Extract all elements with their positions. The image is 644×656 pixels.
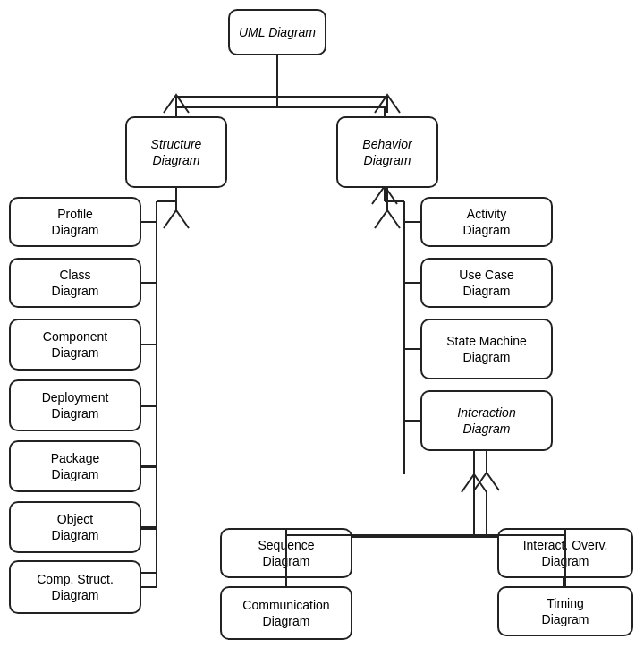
behavior-label: BehaviorDiagram — [362, 136, 411, 168]
usecase-diagram-node: Use CaseDiagram — [420, 258, 553, 308]
communication-diagram-node: CommunicationDiagram — [220, 586, 352, 640]
behavior-diagram-node: BehaviorDiagram — [336, 116, 438, 188]
compstruct-diagram-node: Comp. Struct.Diagram — [9, 560, 141, 614]
usecase-label: Use CaseDiagram — [459, 267, 513, 299]
deployment-label: DeploymentDiagram — [42, 389, 109, 422]
sequence-label: SequenceDiagram — [258, 537, 314, 569]
structure-label: StructureDiagram — [151, 136, 202, 168]
communication-label: CommunicationDiagram — [242, 597, 329, 629]
timing-diagram-node: TimingDiagram — [497, 586, 633, 636]
component-label: ComponentDiagram — [43, 328, 107, 361]
object-diagram-node: ObjectDiagram — [9, 501, 141, 553]
profile-label: ProfileDiagram — [52, 206, 99, 238]
interaction-label: InteractionDiagram — [457, 405, 515, 437]
component-diagram-node: ComponentDiagram — [9, 319, 141, 371]
uml-diagram-node: UML Diagram — [228, 9, 326, 55]
object-label: ObjectDiagram — [52, 511, 99, 543]
uml-label: UML Diagram — [239, 24, 316, 40]
structure-diagram-node: StructureDiagram — [125, 116, 227, 188]
interaction-diagram-node: InteractionDiagram — [420, 390, 553, 451]
diagram-container: UML Diagram StructureDiagram BehaviorDia… — [0, 0, 644, 656]
class-label: ClassDiagram — [52, 267, 99, 299]
statemachine-diagram-node: State MachineDiagram — [420, 319, 553, 379]
activity-diagram-node: ActivityDiagram — [420, 197, 553, 247]
interactoverrv-diagram-node: Interact. Overv.Diagram — [497, 528, 633, 578]
timing-label: TimingDiagram — [542, 595, 589, 627]
class-diagram-node: ClassDiagram — [9, 258, 141, 308]
package-diagram-node: PackageDiagram — [9, 440, 141, 492]
compstruct-label: Comp. Struct.Diagram — [37, 571, 114, 603]
profile-diagram-node: ProfileDiagram — [9, 197, 141, 247]
package-label: PackageDiagram — [51, 450, 99, 482]
interactoverrv-label: Interact. Overv.Diagram — [523, 537, 608, 569]
sequence-diagram-node: SequenceDiagram — [220, 528, 352, 578]
statemachine-label: State MachineDiagram — [446, 333, 527, 365]
deployment-diagram-node: DeploymentDiagram — [9, 379, 141, 431]
activity-label: ActivityDiagram — [463, 206, 511, 238]
